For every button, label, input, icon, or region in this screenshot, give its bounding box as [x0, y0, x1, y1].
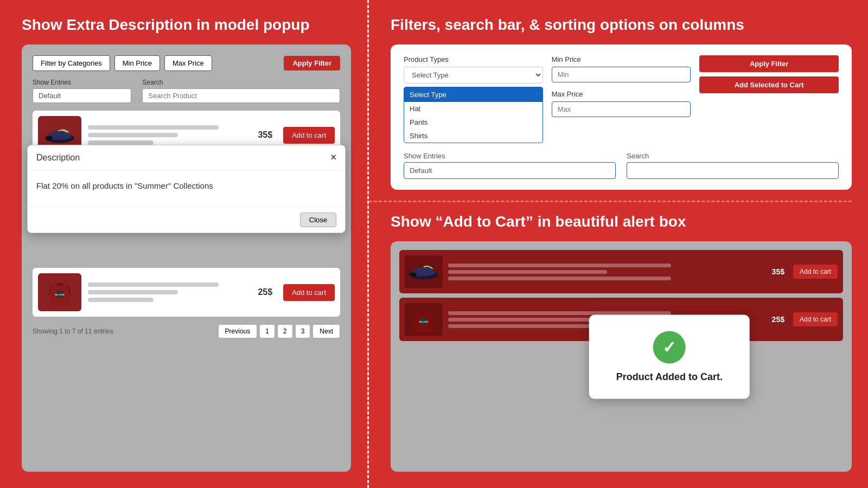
apply-filter-btn[interactable]: Apply Filter [284, 56, 340, 70]
filter-categories-btn[interactable]: Filter by Categories [33, 55, 110, 71]
showing-text: Showing 1 to 7 of 11 entries [33, 328, 113, 335]
left-plugin-card: Filter by Categories Min Price Max Price… [22, 44, 351, 472]
product-price-2: 25$ [258, 287, 272, 297]
select-type-select[interactable]: Select Type [404, 67, 543, 84]
alert-cart-btn-2[interactable]: Add to cart [793, 312, 838, 326]
modal-close-footer-btn[interactable]: Close [300, 213, 336, 227]
right-entries-input[interactable] [404, 162, 616, 179]
max-price-label: Max Price [552, 90, 691, 98]
right-bottom-section: Show “Add to Cart” in beautiful alert bo… [391, 202, 852, 472]
add-to-cart-btn-1[interactable]: Add to cart [283, 127, 335, 144]
product-spacer [399, 293, 843, 298]
product-type-dropdown: Select Type Hat Pants Shirts [404, 87, 543, 143]
product-added-text: Product Added to Cart. [616, 371, 723, 382]
product-row-2: NO LOVE 25$ Add to cart [33, 268, 340, 317]
product-types-label: Product Types [404, 55, 543, 63]
svg-text:NO LOVE: NO LOVE [55, 293, 65, 296]
right-entries-group: Show Entries [404, 152, 616, 179]
line-1 [88, 125, 219, 130]
product-types-col: Product Types Select Type Select Type Ha… [404, 55, 543, 143]
alert-hoodie-image: NO LOVE [405, 303, 443, 336]
alert-line-2 [448, 270, 607, 274]
alert-line-1 [448, 264, 671, 267]
hoodie-image-1: NO LOVE [38, 273, 81, 311]
filters-grid: Product Types Select Type Select Type Ha… [404, 55, 839, 143]
product-lines-2 [88, 282, 251, 302]
svg-point-1 [46, 136, 53, 140]
entries-group: Show Entries [33, 79, 131, 103]
alert-shoe-image [405, 255, 443, 288]
min-price-btn[interactable]: Min Price [114, 55, 160, 71]
line-6 [88, 298, 154, 302]
search-input[interactable] [142, 88, 340, 103]
svg-text:NO LOVE: NO LOVE [419, 320, 429, 323]
success-popup: ✓ Product Added to Cart. [589, 314, 750, 399]
line-2 [88, 133, 178, 137]
modal-title: Description [36, 153, 80, 163]
alert-card: 35$ Add to cart NO LOVE 25$ [391, 241, 852, 472]
modal-footer: Close [28, 207, 345, 233]
right-top-title: Filters, search bar, & sorting options o… [391, 16, 852, 34]
dropdown-item-pants[interactable]: Pants [404, 115, 542, 129]
right-entries-label: Show Entries [404, 152, 616, 160]
max-price-btn[interactable]: Max Price [164, 55, 212, 71]
filter-buttons-col: Apply Filter Add Selected to Cart [699, 55, 839, 143]
alert-price-2: 25$ [772, 315, 784, 324]
next-btn[interactable]: Next [312, 324, 340, 338]
modal-body: Flat 20% on all products in "Summer" Col… [28, 170, 345, 207]
alert-cart-btn-1[interactable]: Add to cart [793, 265, 838, 279]
price-col: Min Price Max Price [552, 55, 691, 143]
alert-line-3 [448, 277, 671, 280]
modal-header: Description × [28, 145, 345, 170]
description-modal: Description × Flat 20% on all products i… [27, 145, 346, 233]
right-bottom-title: Show “Add to Cart” in beautiful alert bo… [391, 213, 852, 230]
svg-point-5 [410, 273, 417, 277]
line-5 [88, 290, 178, 294]
right-search-group: Search [627, 152, 839, 179]
dropdown-selected[interactable]: Select Type [404, 87, 542, 102]
alert-product-row-1: 35$ Add to cart [399, 250, 843, 293]
add-to-cart-btn-2[interactable]: Add to cart [283, 284, 335, 301]
min-price-label: Min Price [552, 55, 691, 63]
page-btn-1[interactable]: 1 [259, 324, 275, 338]
product-price-1: 35$ [258, 130, 272, 140]
page-buttons: Previous 1 2 3 Next [218, 324, 340, 338]
entries-search-row: Show Entries Search [33, 79, 340, 103]
add-selected-to-cart-btn[interactable]: Add Selected to Cart [699, 76, 839, 93]
alert-line-5 [448, 318, 607, 322]
left-title: Show Extra Description in model popup [22, 16, 351, 34]
alert-lines-1 [448, 264, 767, 280]
filters-card: Product Types Select Type Select Type Ha… [391, 44, 852, 190]
page-btn-3[interactable]: 3 [295, 324, 311, 338]
search-label: Search [142, 79, 340, 86]
right-top-section: Filters, search bar, & sorting options o… [391, 16, 852, 190]
modal-close-btn[interactable]: × [330, 152, 336, 163]
alert-price-1: 35$ [772, 267, 784, 276]
max-price-input[interactable] [552, 101, 691, 117]
right-apply-filter-btn[interactable]: Apply Filter [699, 55, 839, 72]
page-btn-2[interactable]: 2 [277, 324, 293, 338]
show-entries-input[interactable] [33, 88, 131, 103]
right-panel: Filters, search bar, & sorting options o… [369, 0, 868, 488]
search-group: Search [142, 79, 340, 103]
prev-btn[interactable]: Previous [218, 324, 258, 338]
dropdown-item-hat[interactable]: Hat [404, 102, 542, 115]
check-circle: ✓ [653, 331, 686, 363]
filter-row: Filter by Categories Min Price Max Price… [33, 55, 340, 71]
left-panel: Show Extra Description in model popup Fi… [0, 0, 369, 488]
show-entries-label: Show Entries [33, 79, 131, 86]
min-price-input[interactable] [552, 67, 691, 82]
right-search-input[interactable] [627, 162, 839, 179]
product-lines-1 [88, 125, 251, 145]
show-entries-search-row: Show Entries Search [404, 152, 839, 179]
modal-description-text: Flat 20% on all products in "Summer" Col… [36, 181, 336, 190]
dropdown-item-shirts[interactable]: Shirts [404, 129, 542, 143]
check-mark-icon: ✓ [662, 338, 676, 357]
pagination-row: Showing 1 to 7 of 11 entries Previous 1 … [33, 324, 340, 338]
line-4 [88, 282, 219, 287]
right-search-label: Search [627, 152, 839, 160]
line-3 [88, 140, 154, 145]
